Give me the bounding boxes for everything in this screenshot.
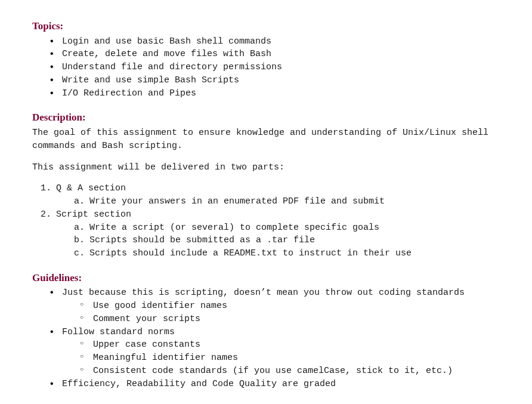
description-paragraph-2: This assignment will be delivered in two… — [32, 161, 500, 174]
topics-list: Login and use basic Bash shell commands … — [32, 35, 500, 100]
guideline-text: Efficiency, Readability and Code Quality… — [62, 379, 336, 389]
part-item: Q & A section Write your answers in an e… — [56, 182, 500, 208]
list-item: Scripts should include a README.txt to i… — [89, 247, 500, 260]
part-sublist: Write your answers in an enumerated PDF … — [56, 195, 500, 208]
list-item: Create, delete and move files with Bash — [62, 48, 500, 61]
guideline-sublist: Upper case constants Meaningful identifi… — [62, 338, 500, 377]
topics-heading: Topics: — [32, 19, 500, 34]
guideline-text: Just because this is scripting, doesn’t … — [62, 288, 465, 298]
guideline-item: Follow standard norms Upper case constan… — [62, 326, 500, 378]
list-item: Scripts should be submitted as a .tar fi… — [89, 234, 500, 247]
list-item: Consistent code standards (if you use ca… — [93, 365, 500, 378]
list-item: Comment your scripts — [93, 313, 500, 326]
list-item: Understand file and directory permission… — [62, 61, 500, 74]
list-item: Write your answers in an enumerated PDF … — [89, 195, 500, 208]
part-label: Script section — [56, 209, 131, 220]
list-item: Write and use simple Bash Scripts — [62, 74, 500, 87]
guideline-item: Efficiency, Readability and Code Quality… — [62, 378, 500, 391]
list-item: Use good identifier names — [93, 300, 500, 313]
part-label: Q & A section — [56, 183, 126, 193]
guidelines-heading: Guidelines: — [32, 271, 500, 286]
guidelines-list: Just because this is scripting, doesn’t … — [32, 286, 500, 390]
list-item: I/O Redirection and Pipes — [62, 87, 500, 100]
guideline-sublist: Use good identifier names Comment your s… — [62, 300, 500, 326]
description-paragraph-1: The goal of this assignment to ensure kn… — [32, 127, 500, 153]
part-item: Script section Write a script (or severa… — [56, 208, 500, 260]
description-heading: Description: — [32, 110, 500, 125]
list-item: Write a script (or several) to complete … — [89, 221, 500, 235]
guideline-item: Just because this is scripting, doesn’t … — [62, 286, 500, 325]
list-item: Meaningful identifier names — [93, 351, 500, 365]
guideline-text: Follow standard norms — [62, 327, 175, 337]
list-item: Login and use basic Bash shell commands — [62, 35, 500, 48]
parts-list: Q & A section Write your answers in an e… — [32, 182, 500, 260]
part-sublist: Write a script (or several) to complete … — [56, 221, 500, 260]
list-item: Upper case constants — [93, 338, 500, 351]
